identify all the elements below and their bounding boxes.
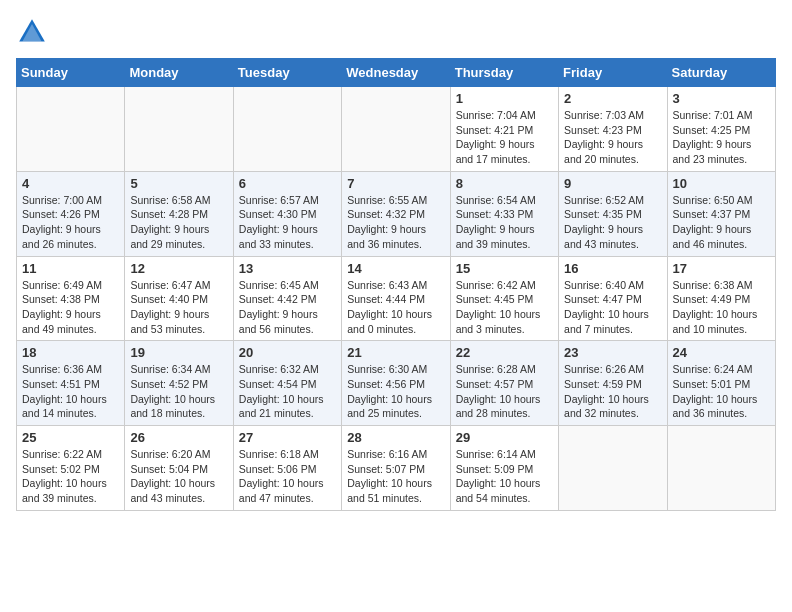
calendar-cell	[559, 426, 667, 511]
day-number: 26	[130, 430, 227, 445]
day-number: 17	[673, 261, 770, 276]
calendar-cell	[17, 87, 125, 172]
calendar-cell: 27Sunrise: 6:18 AM Sunset: 5:06 PM Dayli…	[233, 426, 341, 511]
day-info: Sunrise: 6:16 AM Sunset: 5:07 PM Dayligh…	[347, 447, 444, 506]
day-info: Sunrise: 6:40 AM Sunset: 4:47 PM Dayligh…	[564, 278, 661, 337]
day-info: Sunrise: 6:22 AM Sunset: 5:02 PM Dayligh…	[22, 447, 119, 506]
calendar-cell: 2Sunrise: 7:03 AM Sunset: 4:23 PM Daylig…	[559, 87, 667, 172]
day-info: Sunrise: 6:14 AM Sunset: 5:09 PM Dayligh…	[456, 447, 553, 506]
day-number: 21	[347, 345, 444, 360]
day-info: Sunrise: 7:01 AM Sunset: 4:25 PM Dayligh…	[673, 108, 770, 167]
week-row-4: 18Sunrise: 6:36 AM Sunset: 4:51 PM Dayli…	[17, 341, 776, 426]
day-number: 7	[347, 176, 444, 191]
week-row-3: 11Sunrise: 6:49 AM Sunset: 4:38 PM Dayli…	[17, 256, 776, 341]
header-saturday: Saturday	[667, 59, 775, 87]
calendar-cell: 19Sunrise: 6:34 AM Sunset: 4:52 PM Dayli…	[125, 341, 233, 426]
day-number: 2	[564, 91, 661, 106]
header-sunday: Sunday	[17, 59, 125, 87]
day-number: 12	[130, 261, 227, 276]
day-info: Sunrise: 6:43 AM Sunset: 4:44 PM Dayligh…	[347, 278, 444, 337]
day-number: 24	[673, 345, 770, 360]
day-number: 29	[456, 430, 553, 445]
day-number: 13	[239, 261, 336, 276]
day-number: 25	[22, 430, 119, 445]
calendar-cell	[342, 87, 450, 172]
day-info: Sunrise: 6:58 AM Sunset: 4:28 PM Dayligh…	[130, 193, 227, 252]
calendar-cell: 14Sunrise: 6:43 AM Sunset: 4:44 PM Dayli…	[342, 256, 450, 341]
day-number: 28	[347, 430, 444, 445]
day-number: 22	[456, 345, 553, 360]
header-friday: Friday	[559, 59, 667, 87]
calendar-cell: 6Sunrise: 6:57 AM Sunset: 4:30 PM Daylig…	[233, 171, 341, 256]
day-number: 8	[456, 176, 553, 191]
day-info: Sunrise: 6:47 AM Sunset: 4:40 PM Dayligh…	[130, 278, 227, 337]
day-number: 14	[347, 261, 444, 276]
day-info: Sunrise: 6:34 AM Sunset: 4:52 PM Dayligh…	[130, 362, 227, 421]
day-number: 19	[130, 345, 227, 360]
day-number: 16	[564, 261, 661, 276]
calendar-cell	[233, 87, 341, 172]
day-info: Sunrise: 6:50 AM Sunset: 4:37 PM Dayligh…	[673, 193, 770, 252]
calendar-cell: 23Sunrise: 6:26 AM Sunset: 4:59 PM Dayli…	[559, 341, 667, 426]
day-info: Sunrise: 6:24 AM Sunset: 5:01 PM Dayligh…	[673, 362, 770, 421]
day-number: 4	[22, 176, 119, 191]
calendar-cell: 28Sunrise: 6:16 AM Sunset: 5:07 PM Dayli…	[342, 426, 450, 511]
page-header	[16, 16, 776, 48]
calendar-cell	[125, 87, 233, 172]
calendar-header-row: SundayMondayTuesdayWednesdayThursdayFrid…	[17, 59, 776, 87]
day-info: Sunrise: 6:26 AM Sunset: 4:59 PM Dayligh…	[564, 362, 661, 421]
calendar-cell: 8Sunrise: 6:54 AM Sunset: 4:33 PM Daylig…	[450, 171, 558, 256]
calendar-cell: 16Sunrise: 6:40 AM Sunset: 4:47 PM Dayli…	[559, 256, 667, 341]
day-info: Sunrise: 6:49 AM Sunset: 4:38 PM Dayligh…	[22, 278, 119, 337]
day-number: 27	[239, 430, 336, 445]
calendar-cell: 13Sunrise: 6:45 AM Sunset: 4:42 PM Dayli…	[233, 256, 341, 341]
calendar-table: SundayMondayTuesdayWednesdayThursdayFrid…	[16, 58, 776, 511]
day-info: Sunrise: 6:32 AM Sunset: 4:54 PM Dayligh…	[239, 362, 336, 421]
calendar-cell: 26Sunrise: 6:20 AM Sunset: 5:04 PM Dayli…	[125, 426, 233, 511]
calendar-cell: 21Sunrise: 6:30 AM Sunset: 4:56 PM Dayli…	[342, 341, 450, 426]
day-number: 15	[456, 261, 553, 276]
day-info: Sunrise: 6:45 AM Sunset: 4:42 PM Dayligh…	[239, 278, 336, 337]
calendar-cell: 11Sunrise: 6:49 AM Sunset: 4:38 PM Dayli…	[17, 256, 125, 341]
day-number: 6	[239, 176, 336, 191]
day-info: Sunrise: 6:38 AM Sunset: 4:49 PM Dayligh…	[673, 278, 770, 337]
calendar-cell: 29Sunrise: 6:14 AM Sunset: 5:09 PM Dayli…	[450, 426, 558, 511]
calendar-cell: 9Sunrise: 6:52 AM Sunset: 4:35 PM Daylig…	[559, 171, 667, 256]
day-number: 5	[130, 176, 227, 191]
logo-icon	[16, 16, 48, 48]
header-wednesday: Wednesday	[342, 59, 450, 87]
calendar-cell: 17Sunrise: 6:38 AM Sunset: 4:49 PM Dayli…	[667, 256, 775, 341]
week-row-5: 25Sunrise: 6:22 AM Sunset: 5:02 PM Dayli…	[17, 426, 776, 511]
day-number: 11	[22, 261, 119, 276]
day-info: Sunrise: 6:54 AM Sunset: 4:33 PM Dayligh…	[456, 193, 553, 252]
calendar-cell: 4Sunrise: 7:00 AM Sunset: 4:26 PM Daylig…	[17, 171, 125, 256]
week-row-1: 1Sunrise: 7:04 AM Sunset: 4:21 PM Daylig…	[17, 87, 776, 172]
calendar-cell	[667, 426, 775, 511]
day-info: Sunrise: 6:20 AM Sunset: 5:04 PM Dayligh…	[130, 447, 227, 506]
day-info: Sunrise: 6:36 AM Sunset: 4:51 PM Dayligh…	[22, 362, 119, 421]
day-number: 1	[456, 91, 553, 106]
week-row-2: 4Sunrise: 7:00 AM Sunset: 4:26 PM Daylig…	[17, 171, 776, 256]
header-tuesday: Tuesday	[233, 59, 341, 87]
day-info: Sunrise: 6:52 AM Sunset: 4:35 PM Dayligh…	[564, 193, 661, 252]
day-number: 18	[22, 345, 119, 360]
day-number: 9	[564, 176, 661, 191]
calendar-cell: 10Sunrise: 6:50 AM Sunset: 4:37 PM Dayli…	[667, 171, 775, 256]
calendar-cell: 22Sunrise: 6:28 AM Sunset: 4:57 PM Dayli…	[450, 341, 558, 426]
day-info: Sunrise: 6:18 AM Sunset: 5:06 PM Dayligh…	[239, 447, 336, 506]
calendar-cell: 25Sunrise: 6:22 AM Sunset: 5:02 PM Dayli…	[17, 426, 125, 511]
day-info: Sunrise: 7:04 AM Sunset: 4:21 PM Dayligh…	[456, 108, 553, 167]
day-info: Sunrise: 6:30 AM Sunset: 4:56 PM Dayligh…	[347, 362, 444, 421]
calendar-cell: 5Sunrise: 6:58 AM Sunset: 4:28 PM Daylig…	[125, 171, 233, 256]
calendar-cell: 12Sunrise: 6:47 AM Sunset: 4:40 PM Dayli…	[125, 256, 233, 341]
day-number: 3	[673, 91, 770, 106]
day-info: Sunrise: 6:55 AM Sunset: 4:32 PM Dayligh…	[347, 193, 444, 252]
calendar-cell: 7Sunrise: 6:55 AM Sunset: 4:32 PM Daylig…	[342, 171, 450, 256]
day-number: 20	[239, 345, 336, 360]
calendar-cell: 18Sunrise: 6:36 AM Sunset: 4:51 PM Dayli…	[17, 341, 125, 426]
header-thursday: Thursday	[450, 59, 558, 87]
calendar-cell: 3Sunrise: 7:01 AM Sunset: 4:25 PM Daylig…	[667, 87, 775, 172]
day-info: Sunrise: 6:42 AM Sunset: 4:45 PM Dayligh…	[456, 278, 553, 337]
logo	[16, 16, 52, 48]
day-info: Sunrise: 7:03 AM Sunset: 4:23 PM Dayligh…	[564, 108, 661, 167]
